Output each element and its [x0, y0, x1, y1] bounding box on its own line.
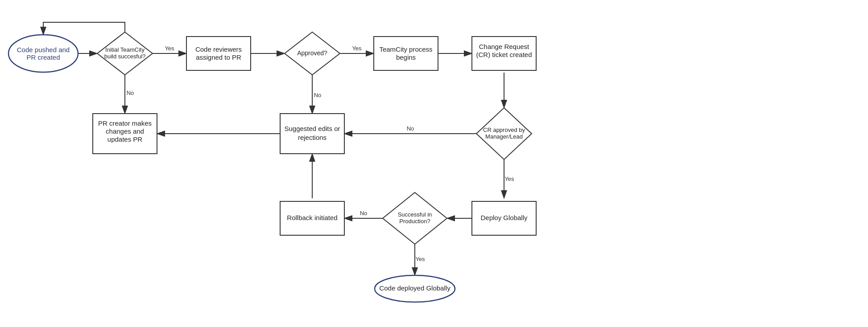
node-code-pushed-line2: PR created [26, 53, 60, 61]
node-teamcity-process-line1: TeamCity process [379, 45, 432, 53]
node-approved-label: Approved? [297, 49, 327, 57]
node-teamcity-build-line1: Initial TeamCity [105, 46, 145, 53]
node-code-pushed-line1: Code pushed and [17, 46, 70, 53]
node-rollback-initiated-label: Rollback initiated [287, 214, 337, 221]
node-cr-ticket-line1: Change Request [479, 43, 529, 50]
flowchart: Yes No Yes No No Yes No Yes Code pushed … [0, 0, 868, 327]
node-teamcity-build-line2: build succesful? [104, 53, 146, 60]
node-pr-creator-line3: updates PR [107, 135, 143, 143]
node-teamcity-process-line2: begins [396, 53, 416, 61]
label-no2: No [314, 92, 322, 98]
label-yes1: Yes [165, 45, 174, 52]
label-yes4: Yes [415, 256, 425, 262]
node-successful-prod-line2: Production? [399, 218, 430, 225]
label-yes3: Yes [504, 176, 514, 182]
node-code-reviewers-line1: Code reviewers [195, 45, 242, 53]
node-cr-ticket-line2: (CR) ticket created [476, 51, 532, 58]
label-yes2: Yes [352, 45, 362, 52]
node-code-reviewers-line2: assigned to PR [196, 53, 241, 61]
node-pr-creator-line2: changes and [106, 127, 144, 135]
node-pr-creator-line1: PR creator makes [98, 119, 152, 127]
label-no3: No [407, 125, 414, 132]
node-cr-approved-line1: CR approved by [483, 127, 525, 133]
node-successful-prod-line1: Successful in [398, 211, 432, 218]
label-no4: No [360, 210, 368, 217]
node-suggested-edits-line1: Suggested edits or [284, 125, 340, 132]
node-deploy-globally-label: Deploy Globally [480, 214, 528, 221]
node-suggested-edits-line2: rejections [298, 134, 327, 141]
node-code-deployed-label: Code deployed Globally [379, 284, 451, 292]
node-cr-approved-line2: Manager/Lead [485, 133, 523, 140]
label-no1: No [127, 90, 134, 96]
